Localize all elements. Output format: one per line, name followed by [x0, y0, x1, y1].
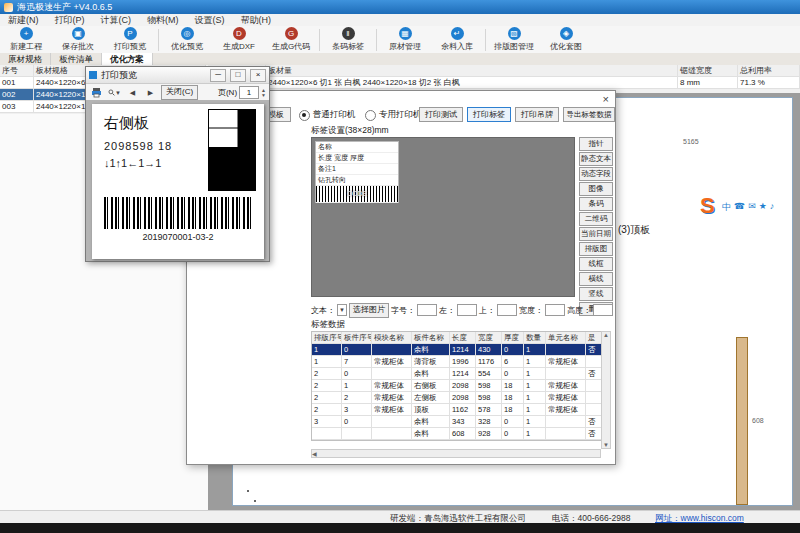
toolbar-remnant-stock-button[interactable]: ↵ 余料入库 — [431, 27, 483, 53]
brand-logo: S — [700, 193, 715, 219]
label-design-area[interactable]: 名称 长度 宽度 厚度 备注1 钻孔转向 CODE — [311, 137, 575, 297]
table-horizontal-scrollbar[interactable]: ◀ — [311, 449, 601, 458]
label-template[interactable]: 名称 长度 宽度 厚度 备注1 钻孔转向 CODE — [315, 141, 399, 203]
toolbar-label: 打印预览 — [114, 41, 146, 52]
print-label-button[interactable]: 打印标签 — [467, 107, 511, 122]
template-field-note[interactable]: 备注1 — [316, 164, 398, 175]
tool-image-button[interactable]: 图像 — [579, 182, 613, 196]
tool-qrcode-button[interactable]: 二维码 — [579, 212, 613, 226]
tool-current-date-button[interactable]: 当前日期 — [579, 227, 613, 241]
prev-page-icon[interactable]: ◀ — [125, 85, 140, 100]
zoom-icon[interactable]: ▼ — [107, 85, 122, 100]
toolbar-label: 余料入库 — [441, 41, 473, 52]
table-header-cell: 总利用率 — [738, 65, 800, 77]
toolbar-generate-dxf-button[interactable]: D 生成DXF — [213, 27, 265, 53]
table-header-cell: 板材量 — [266, 65, 678, 77]
zoom-caret-icon: ▼ — [115, 90, 121, 96]
tool-pointer-button[interactable]: 指针 — [579, 137, 613, 151]
menu-material[interactable]: 物料(M) — [139, 14, 187, 27]
toolbar-optimize-nest-button[interactable]: ◈ 优化套图 — [540, 27, 592, 53]
toolbar-layout-manage-button[interactable]: ▧ 排版图管理 — [488, 27, 540, 53]
table-cell: 608 — [450, 428, 476, 440]
barcode-text: 2019070001-03-2 — [92, 232, 264, 242]
font-size-input[interactable] — [417, 304, 437, 316]
tool-layout-image-button[interactable]: 排版图 — [579, 242, 613, 256]
height-input[interactable] — [593, 304, 613, 316]
top-label: 上： — [479, 305, 495, 316]
print-test-button[interactable]: 打印测试 — [419, 107, 463, 122]
template-field-drill[interactable]: 钻孔转向 — [316, 175, 398, 186]
tool-hline-button[interactable]: 横线 — [579, 272, 613, 286]
table-row[interactable]: 17常规柜体薄背板1996117661常规柜体 — [312, 356, 602, 368]
table-cell: 0 — [502, 344, 524, 356]
table-cell: 1214 — [450, 344, 476, 356]
page-spinner-icon[interactable]: ▲▼ — [261, 88, 266, 98]
menu-calc[interactable]: 计算(C) — [93, 14, 140, 27]
toolbar-print-preview-button[interactable]: P 打印预览 — [104, 27, 156, 53]
template-field-name[interactable]: 名称 — [316, 142, 398, 153]
pick-image-button[interactable]: 选择图片 — [349, 303, 389, 318]
tab-panel-list[interactable]: 板件清单 — [51, 53, 102, 65]
toolbar-generate-gcode-button[interactable]: G 生成G代码 — [265, 27, 317, 53]
table-row[interactable]: 23常规柜体顶板1162578181常规柜体 — [312, 404, 602, 416]
bottom-taskbar-strip — [0, 523, 800, 533]
table-cell: 2 — [312, 392, 342, 404]
table-cell: 928 — [476, 428, 502, 440]
table-row[interactable]: 21常规柜体右侧板2098598181常规柜体 — [312, 380, 602, 392]
menu-new[interactable]: 新建(N) — [0, 14, 47, 27]
radio-special-printer[interactable]: 专用打印机 — [365, 109, 422, 121]
table-cell: 3 — [342, 404, 372, 416]
table-row[interactable]: 22常规柜体左侧板2098598181常规柜体 — [312, 392, 602, 404]
template-barcode[interactable]: CODE — [316, 186, 398, 203]
table-row[interactable]: 6.43 ㎡2440×1220×6 切1 张 白枫 2440×1220×18 切… — [208, 77, 800, 89]
table-cell: 0 — [502, 416, 524, 428]
menu-settings[interactable]: 设置(S) — [187, 14, 233, 27]
minimize-button[interactable]: ─ — [210, 69, 226, 82]
table-row[interactable]: 10余料121443001否 — [312, 344, 602, 356]
radio-normal-printer[interactable]: 普通打印机 — [299, 109, 356, 121]
table-vertical-scrollbar[interactable]: ▲▼ — [601, 331, 611, 449]
table-row[interactable]: 余料60892801否 — [312, 428, 602, 440]
table-cell: 3 — [312, 416, 342, 428]
template-field-size[interactable]: 长度 宽度 厚度 — [316, 153, 398, 164]
print-tag-button[interactable]: 打印吊牌 — [515, 107, 559, 122]
tool-barcode-button[interactable]: 条码 — [579, 197, 613, 211]
status-bar: 研发端：青岛海迅软件工程有限公司 电话：400-666-2988 网址：www.… — [0, 510, 800, 524]
preview-close-button[interactable]: 关闭(C) — [161, 85, 198, 100]
table-cell: 554 — [476, 368, 502, 380]
wood-strip-part — [736, 337, 748, 505]
toolbar-optimize-preview-button[interactable]: ◎ 优化预览 — [161, 27, 213, 53]
dialog-close-icon[interactable]: × — [603, 93, 609, 105]
left-input[interactable] — [457, 304, 477, 316]
export-label-data-button[interactable]: 导出标签数据 — [563, 107, 615, 122]
tool-vline-button[interactable]: 竖线 — [579, 287, 613, 301]
music-icon: ♪ — [770, 201, 775, 214]
next-page-icon[interactable]: ▶ — [143, 85, 158, 100]
toolbar-new-project-button[interactable]: + 新建工程 — [0, 27, 52, 53]
tab-optimize-plan[interactable]: 优化方案 — [102, 53, 153, 65]
table-cell — [546, 416, 586, 428]
menu-print[interactable]: 打印(P) — [47, 14, 93, 27]
tool-static-text-button[interactable]: 静态文本 — [579, 152, 613, 166]
window-title: 海迅极速生产 +V4.0.6.5 — [17, 1, 112, 14]
top-input[interactable] — [497, 304, 517, 316]
main-toolbar: + 新建工程 ▣ 保存批次 P 打印预览 ◎ 优化预览 D 生成DXF G 生成… — [0, 26, 800, 54]
tool-dynamic-field-button[interactable]: 动态字段 — [579, 167, 613, 181]
raw-material-icon: ▦ — [399, 27, 412, 40]
remnant-stock-icon: ↵ — [451, 27, 464, 40]
width-input[interactable] — [545, 304, 565, 316]
printer-icon[interactable] — [89, 85, 104, 100]
text-combobox[interactable]: ▼ — [337, 304, 347, 316]
tool-wireframe-button[interactable]: 线框 — [579, 257, 613, 271]
close-button[interactable]: × — [250, 69, 266, 82]
maximize-button[interactable]: □ — [230, 69, 246, 82]
menu-help[interactable]: 帮助(H) — [233, 14, 280, 27]
page-number-input[interactable]: 1 — [239, 86, 259, 99]
table-row[interactable]: 20余料121455401否 — [312, 368, 602, 380]
toolbar-save-batch-button[interactable]: ▣ 保存批次 — [52, 27, 104, 53]
toolbar-barcode-label-button[interactable]: ‖ 条码标签 — [322, 27, 374, 53]
toolbar-raw-material-button[interactable]: ▦ 原材管理 — [379, 27, 431, 53]
table-cell: 002 — [0, 89, 34, 101]
table-row[interactable]: 30余料34332801否 — [312, 416, 602, 428]
tab-raw-specs[interactable]: 原材规格 — [0, 53, 51, 65]
